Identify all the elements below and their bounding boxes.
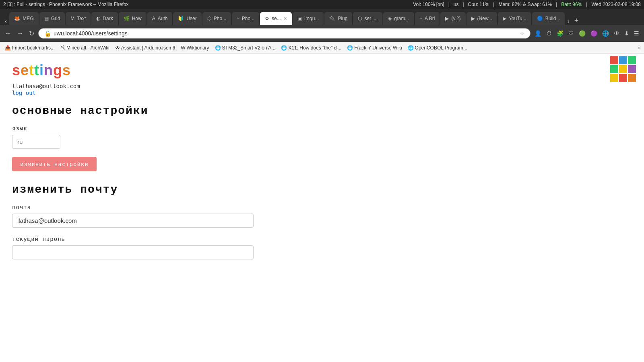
- os-sep5: |: [586, 2, 587, 7]
- downloads-btn[interactable]: ⬇: [623, 29, 631, 38]
- page-content: settings llathasa@outlook.com log out ос…: [0, 54, 644, 362]
- os-sep1: |: [448, 2, 450, 7]
- section1-title: основные настройки: [12, 105, 632, 117]
- tab-dark-label: Dark: [103, 16, 113, 21]
- basic-settings-section: основные настройки язык изменить настрой…: [12, 105, 632, 171]
- tab-grid[interactable]: ▦ Grid: [39, 12, 65, 25]
- os-bar-title: 2 [3] : Full · settings · Phoenix Framew…: [3, 2, 128, 7]
- addon-btn4[interactable]: 👁: [612, 29, 621, 38]
- bookmark-star[interactable]: ☆: [520, 31, 524, 37]
- browser-actions: 👤 ⏱ 🧩 🛡 🟢 🟣 🌐 👁 ⬇ ☰: [533, 29, 641, 38]
- reload-button[interactable]: ↻: [27, 28, 36, 39]
- lang-input[interactable]: [12, 135, 60, 149]
- email-label: почта: [12, 204, 632, 210]
- addon-btn3[interactable]: 🌐: [601, 29, 611, 38]
- tab-imgur[interactable]: ▣ Imgu...: [293, 12, 324, 25]
- tab-ytv2[interactable]: ▶ (v.2): [440, 12, 465, 25]
- logout-link[interactable]: log out: [12, 90, 36, 96]
- tab-auth[interactable]: A Auth: [147, 12, 173, 25]
- color-cell-5: [628, 65, 636, 73]
- tab-meg[interactable]: 🦊 MEG: [9, 12, 38, 25]
- color-cell-7: [619, 74, 627, 82]
- email-input[interactable]: [12, 214, 254, 228]
- tab-settings-close[interactable]: ✕: [283, 16, 287, 21]
- tab-settings-label: se...: [272, 16, 281, 21]
- os-cpu: Cpu: 11%: [468, 2, 489, 7]
- menu-btn[interactable]: ☰: [632, 29, 641, 38]
- tab-gram[interactable]: ◈ gram...: [383, 12, 414, 25]
- addon-btn2[interactable]: 🟣: [589, 29, 599, 38]
- os-vol: Vol: 100% [on]: [413, 2, 444, 7]
- tab-settings-icon: ⚙: [265, 16, 269, 21]
- tab-meg-label: MEG: [23, 16, 33, 21]
- bookmark-x11[interactable]: 🌐 X11: How does "the" cl...: [279, 44, 343, 51]
- tab-how[interactable]: 🌿 How: [119, 12, 147, 25]
- bookmark-stm32[interactable]: 🌐 STM32_Smart V2 on A...: [213, 44, 277, 51]
- bookmark-opencobol[interactable]: 🌐 OpenCOBOL Program...: [406, 44, 469, 51]
- tab-user[interactable]: 🔰 User: [173, 12, 201, 25]
- user-info: llathasa@outlook.com log out: [12, 83, 632, 97]
- tab-user-icon: 🔰: [178, 16, 184, 21]
- tab-ytnew-label: (New...: [477, 16, 492, 21]
- tabs-back-btn[interactable]: ‹: [3, 18, 8, 25]
- tab-yt[interactable]: ▶ YouTu...: [498, 12, 531, 25]
- tab-how-icon: 🌿: [124, 16, 130, 21]
- address-bar: ← → ↻ 🔒 uwu.local:4000/users/settings ☆ …: [0, 25, 644, 42]
- tab-pho1[interactable]: ⬡ Pho...: [202, 12, 231, 25]
- settings-logo: settings: [12, 62, 632, 79]
- lang-field-group: язык: [12, 125, 632, 149]
- tab-pho1-icon: ⬡: [207, 16, 211, 21]
- tab-text[interactable]: M Text: [66, 12, 91, 25]
- tab-pho2[interactable]: ≈ Pho...: [232, 12, 259, 25]
- tab-user-label: User: [186, 16, 196, 21]
- tab-plug[interactable]: 🔌 Plug: [324, 12, 352, 25]
- tab-dark[interactable]: ◐ Dark: [91, 12, 118, 25]
- tab-settings[interactable]: ⚙ se... ✕: [260, 12, 292, 25]
- current-password-input[interactable]: [12, 245, 254, 259]
- shield-btn[interactable]: 🛡: [567, 29, 576, 38]
- logo-t2: t: [34, 62, 39, 78]
- tab-yt-label: YouTu...: [509, 16, 526, 21]
- color-grid-widget: [610, 56, 636, 82]
- color-cell-3: [610, 65, 618, 73]
- user-email: llathasa@outlook.com: [12, 83, 632, 89]
- bookmark-minecraft[interactable]: ⛏ Minecraft - ArchWiki: [59, 44, 111, 51]
- addon-btn1[interactable]: 🟢: [577, 29, 587, 38]
- tab-plug-icon: 🔌: [329, 16, 335, 21]
- bookmarks-more-btn[interactable]: »: [638, 45, 641, 51]
- tab-bar: ‹ 🦊 MEG ▦ Grid M Text ◐ Dark 🌿 How A Aut…: [0, 9, 644, 25]
- url-bar[interactable]: 🔒 uwu.local:4000/users/settings ☆: [38, 28, 530, 39]
- tabs-forward-btn[interactable]: ›: [566, 18, 571, 25]
- tab-abri[interactable]: ≈ A Bri: [415, 12, 440, 25]
- firefox-account-btn[interactable]: 👤: [533, 29, 543, 38]
- color-cell-4: [619, 65, 627, 73]
- bookmark-wiktionary[interactable]: W Wiktionary: [179, 44, 211, 51]
- color-cell-8: [628, 74, 636, 82]
- extensions-btn[interactable]: 🧩: [555, 29, 565, 38]
- tab-set2-label: set_...: [364, 16, 378, 21]
- history-btn[interactable]: ⏱: [545, 29, 553, 38]
- tab-auth-icon: A: [152, 16, 155, 21]
- color-cell-6: [610, 74, 618, 82]
- tab-dark-icon: ◐: [96, 16, 100, 21]
- bookmarks-bar: 📥 Import bookmarks... ⛏ Minecraft - Arch…: [0, 42, 644, 54]
- tab-plug-label: Plug: [338, 16, 347, 21]
- tab-set2[interactable]: ⬡ set_...: [353, 12, 382, 25]
- os-bar-right: Vol: 100% [on] | us | Cpu: 11% | Mem: 82…: [413, 2, 641, 7]
- url-text: uwu.local:4000/users/settings: [54, 30, 128, 37]
- tab-imgur-icon: ▣: [297, 16, 302, 21]
- tab-build[interactable]: 🔵 Build...: [532, 12, 565, 25]
- new-tab-button[interactable]: +: [572, 16, 581, 25]
- tab-ytnew[interactable]: ▶ (New...: [466, 12, 497, 25]
- bookmark-import[interactable]: 📥 Import bookmarks...: [3, 44, 56, 51]
- tab-build-icon: 🔵: [537, 16, 543, 21]
- tab-build-label: Build...: [545, 16, 560, 21]
- bookmark-arduino[interactable]: 👁 Assistant | ArduinoJson 6: [114, 44, 177, 51]
- current-password-field-group: текущий пароль: [12, 236, 632, 259]
- tab-yt-icon: ▶: [503, 16, 506, 21]
- forward-button[interactable]: →: [15, 28, 25, 39]
- back-button[interactable]: ←: [3, 28, 13, 39]
- lock-icon: 🔒: [44, 30, 51, 37]
- bookmark-frackin[interactable]: 🌐 Frackin' Universe Wiki: [345, 44, 403, 51]
- change-settings-button[interactable]: изменить настройки: [12, 157, 97, 171]
